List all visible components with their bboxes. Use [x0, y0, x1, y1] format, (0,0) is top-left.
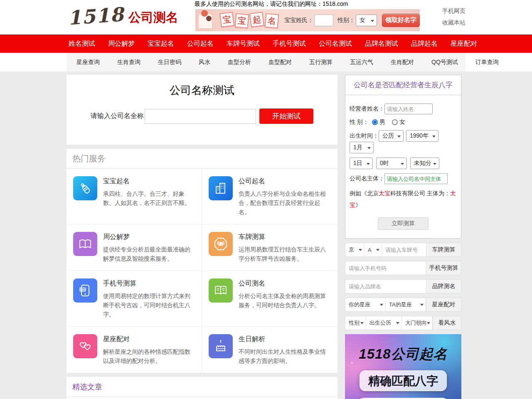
phone-test-widget: 手机号测算 [345, 261, 461, 275]
subnav-item-wuyun[interactable]: 五运六气 [350, 59, 373, 66]
nav-item-zodiac-match[interactable]: 星座配对 [451, 39, 477, 48]
service-card-zodiac-match[interactable]: 星座配对 解析星座之间的各种情感匹配指数以及详细的配对分析。 [66, 327, 202, 373]
subnav-item-birthday-code[interactable]: 生日密码 [158, 59, 181, 66]
featured-articles-title: 精选文章 [72, 382, 102, 392]
phone-number-input[interactable] [345, 261, 426, 275]
service-card-phone-test[interactable]: 测试 手机号测算 使用周易特定的数理计算方式来判断手机号吉凶，可同时结合机主八字… [66, 271, 202, 327]
birthday-cake-icon [209, 334, 233, 358]
service-title[interactable]: 公司起名 [239, 177, 331, 186]
day-select[interactable]: 1日 [350, 158, 373, 169]
building-icon [209, 176, 233, 200]
mobile-site-link[interactable]: 手机网页 [442, 7, 466, 15]
service-title[interactable]: 星座配对 [103, 335, 195, 344]
nav-item-plate-test[interactable]: 车牌号测试 [227, 39, 260, 48]
subnav-item-shengxiao[interactable]: 生肖查询 [117, 59, 140, 66]
gender-male-label[interactable]: 男 [379, 118, 385, 126]
nav-item-company-name-test[interactable]: 公司名测试 [319, 39, 352, 48]
gender-female-radio[interactable] [392, 119, 398, 125]
operator-name-label: 经营者姓名： [350, 105, 384, 113]
service-title[interactable]: 手机号测算 [103, 279, 195, 288]
logo-text: 公司测名 [128, 9, 178, 26]
service-card-dream[interactable]: 周公解梦 提供经专业分析后最全面最准确的解梦信息及智能搜索服务。 [66, 224, 202, 271]
service-title[interactable]: 宝宝起名 [103, 177, 195, 186]
baby-gender-select[interactable]: 女 [356, 15, 377, 26]
site-logo[interactable]: 1518 公司测名 [68, 7, 178, 26]
company-name-input[interactable] [145, 109, 256, 124]
year-select[interactable]: 1990年 [406, 130, 438, 142]
service-title[interactable]: 车牌测算 [239, 233, 331, 241]
svg-text:测试: 测试 [80, 288, 86, 291]
service-title[interactable]: 周公解梦 [103, 233, 195, 241]
service-desc: 不同时间出生对人生性格及事业情感等多方面的影响。 [239, 347, 331, 365]
logo-number: 1518 [67, 5, 125, 27]
plate-number-input[interactable] [382, 243, 426, 256]
ta-sign-select[interactable]: TA的星座 [386, 298, 426, 311]
calendar-select[interactable]: 公历 [379, 130, 404, 142]
baby-naming-banner[interactable]: 宝 宝 起 名 宝宝姓氏： 性别： 女 领取好名字 [195, 9, 420, 31]
plate-test-widget: 京 A 车牌测算 [345, 243, 461, 257]
badge-char: 名 [265, 13, 279, 29]
ad-pill-text: 精确匹配八字 [360, 370, 447, 391]
service-title[interactable]: 公司测名 [239, 279, 331, 288]
nav-item-brand-name-test[interactable]: 品牌名测试 [365, 39, 398, 48]
brand-test-widget: 品牌测名 [345, 279, 461, 293]
plate-test-button[interactable]: 车牌测算 [426, 243, 461, 256]
baby-gender-value: 女 [360, 17, 365, 24]
service-title[interactable]: 生日解析 [239, 335, 331, 344]
gender-female-label[interactable]: 女 [399, 118, 405, 126]
mother-baby-illustration [195, 9, 217, 31]
nav-item-name-test[interactable]: 姓名测试 [69, 39, 95, 48]
hot-services-panel: 热门服务 宝宝起名 承四柱、合八字。合三才、好象数。人如其名，名不正则言不顺。 [66, 149, 337, 373]
company-subject-input[interactable] [384, 173, 448, 184]
subnav-item-fengshui[interactable]: 风水 [199, 59, 210, 66]
get-name-button[interactable]: 领取好名字 [382, 14, 420, 27]
subnav-item-shengxiao-match[interactable]: 生肖配对 [391, 59, 414, 66]
subnav-item-blood-match[interactable]: 血型配对 [268, 59, 292, 66]
nav-item-brand-naming[interactable]: 品牌起名 [411, 39, 438, 48]
hour-select[interactable]: 0时 [376, 158, 407, 169]
bookmark-link[interactable]: 收藏本站 [442, 19, 466, 27]
subnav-item-wuxing[interactable]: 五行测算 [309, 59, 332, 66]
plate-province-select[interactable]: 京 [345, 243, 365, 256]
fengshui-button[interactable]: 看风水 [433, 316, 461, 330]
fengshui-gender-select[interactable]: 性别 [345, 316, 366, 330]
your-sign-select[interactable]: 你的星座 [345, 298, 386, 311]
nav-item-dream[interactable]: 周公解梦 [108, 39, 135, 48]
hot-services-title: 热门服务 [72, 153, 106, 164]
hearts-icon [73, 334, 97, 358]
nav-item-company-naming[interactable]: 公司起名 [187, 39, 214, 48]
subnav-item-qq-test[interactable]: QQ号测试 [431, 59, 458, 66]
start-test-button[interactable]: 开始测试 [259, 108, 313, 124]
header: 1518 公司测名 最多人使用的公司测名网站，请记住我们的网址：1518.com… [0, 0, 532, 34]
baby-surname-label: 宝宝姓氏： [284, 17, 313, 24]
operator-name-input[interactable] [384, 103, 433, 114]
company-name-label: 请输入公司名全称 [91, 112, 144, 121]
baby-surname-input[interactable] [314, 15, 333, 26]
sub-nav: 星座查询 生肖查询 生日密码 风水 血型分析 血型配对 五行测算 五运六气 生肖… [66, 53, 466, 71]
calculate-now-button[interactable]: 立即测算 [378, 217, 429, 230]
service-card-company-name-test[interactable]: 公司测名 分析公司名主体及全称的周易测算服务，可同时结合负责人八字。 [202, 271, 337, 327]
service-card-plate-test[interactable]: 测 车牌测算 运用周易数理五行结合车主生辰八字分析车牌号吉凶服务。 [202, 224, 337, 271]
subnav-item-constellation[interactable]: 星座查询 [76, 59, 100, 66]
subnav-item-blood-analysis[interactable]: 血型分析 [228, 59, 251, 66]
company-subject-label: 公司名主体： [350, 175, 384, 182]
service-card-baby-naming[interactable]: 宝宝起名 承四柱、合八字。合三才、好象数。人如其名，名不正则言不顺。 [66, 169, 202, 224]
nav-item-phone-test[interactable]: 手机号测试 [273, 39, 306, 48]
nav-item-baby-naming[interactable]: 宝宝起名 [148, 39, 174, 48]
zodiac-match-button[interactable]: 星座配对 [426, 298, 461, 311]
plate-letter-select[interactable]: A [365, 243, 382, 256]
brand-name-input[interactable] [345, 280, 426, 293]
subnav-item-order-query[interactable]: 订单查询 [475, 59, 499, 66]
service-desc: 解析星座之间的各种情感匹配指数以及详细的配对分析。 [103, 347, 195, 365]
subject-example-text: 例如《北京太宝科技有限公司 主体为：太宝》 [350, 187, 457, 211]
door-direction-select[interactable]: 大门朝向 [402, 316, 433, 330]
minute-select[interactable]: 未知分 [410, 158, 439, 169]
company-naming-ad[interactable]: 1518公司起名 精确匹配八字 ¥ 36 元 200 个 藏干精准分析 ····… [345, 334, 461, 399]
service-card-birthday[interactable]: 生日解析 不同时间出生对人生性格及事业情感等多方面的影响。 [202, 327, 337, 373]
month-select[interactable]: 1月 [350, 142, 374, 153]
phone-test-button[interactable]: 手机号测算 [426, 261, 461, 275]
fengshui-birth-select[interactable]: 出生公历 [366, 316, 402, 330]
brand-test-button[interactable]: 品牌测名 [426, 280, 461, 293]
service-card-company-naming[interactable]: 公司起名 负责人八字分析与企业命名相生相合，配合数理五行及经营行业起名。 [202, 169, 337, 224]
gender-male-radio[interactable] [372, 119, 378, 125]
